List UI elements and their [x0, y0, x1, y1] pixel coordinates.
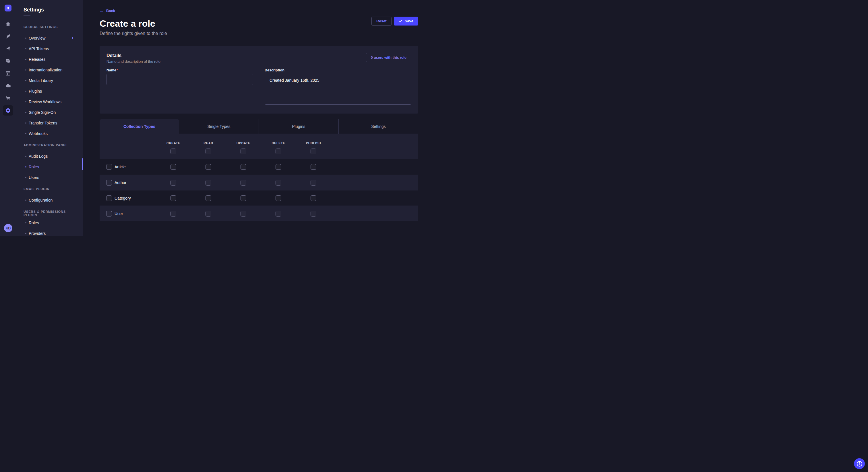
back-link[interactable]: ← Back	[100, 9, 115, 13]
subnav-item-overview[interactable]: Overview	[24, 33, 77, 43]
back-arrow-icon: ←	[100, 9, 104, 13]
permission-delete-checkbox[interactable]	[276, 195, 281, 201]
sidebar-bottom-divider	[0, 220, 16, 220]
subnav-item-providers[interactable]: Providers	[24, 228, 77, 236]
check-icon	[399, 19, 402, 23]
section-header-users-permissions-plugin: Users & Permissions Plugin	[24, 210, 77, 214]
column-label-delete: DELETE	[272, 141, 285, 145]
row-select-checkbox[interactable]	[106, 164, 112, 170]
users-with-role-button[interactable]: 0 users with this role	[366, 53, 411, 62]
subnav-item-media-library[interactable]: Media Library	[24, 75, 77, 86]
permission-update-checkbox[interactable]	[241, 195, 246, 201]
marketplace-cart-icon[interactable]	[3, 93, 13, 103]
subnav-item-users[interactable]: Users	[24, 172, 77, 183]
subnav-item-releases[interactable]: Releases	[24, 54, 77, 65]
permission-read-checkbox[interactable]	[206, 164, 211, 170]
select-all-publish-checkbox[interactable]	[311, 148, 316, 154]
permission-delete-checkbox[interactable]	[276, 180, 281, 186]
permission-delete-checkbox[interactable]	[276, 164, 281, 170]
bullet-icon	[25, 200, 26, 201]
permission-publish-checkbox[interactable]	[311, 195, 316, 201]
permission-update-checkbox[interactable]	[241, 180, 246, 186]
deploy-cloud-icon[interactable]	[3, 80, 13, 91]
tab-collection-types[interactable]: Collection Types	[100, 119, 179, 134]
media-library-icon[interactable]	[3, 56, 13, 66]
subnav-item-plugins[interactable]: Plugins	[24, 86, 77, 96]
subnav-item-api-tokens[interactable]: API Tokens	[24, 43, 77, 54]
select-all-delete-checkbox[interactable]	[276, 148, 281, 154]
permission-publish-checkbox[interactable]	[311, 180, 316, 186]
subnav-item-label: Roles	[29, 221, 39, 225]
page-title: Create a role	[100, 18, 418, 29]
settings-subnav: Settings Global Settings Overview API To…	[16, 0, 83, 236]
subnav-item-review-workflows[interactable]: Review Workflows	[24, 96, 77, 107]
role-description-textarea[interactable]: Created January 16th, 2025	[265, 74, 411, 105]
subnav-item-roles-up[interactable]: Roles	[24, 217, 77, 228]
role-name-input[interactable]	[106, 74, 253, 85]
select-all-create-checkbox[interactable]	[170, 148, 176, 154]
description-field-group: Description Created January 16th, 2025	[265, 68, 411, 106]
permission-update-checkbox[interactable]	[241, 164, 246, 170]
select-all-update-checkbox[interactable]	[241, 148, 246, 154]
notification-dot-icon	[72, 37, 73, 39]
content-type-builder-layout-icon[interactable]	[3, 68, 13, 78]
subnav-item-transfer-tokens[interactable]: Transfer Tokens	[24, 117, 77, 128]
save-button[interactable]: Save	[394, 16, 418, 26]
settings-gear-icon[interactable]	[3, 105, 13, 115]
subnav-item-label: Configuration	[29, 198, 53, 202]
row-select-checkbox[interactable]	[106, 180, 112, 186]
reset-button[interactable]: Reset	[371, 16, 391, 26]
subnav-item-label: Review Workflows	[29, 100, 61, 104]
select-all-read-checkbox[interactable]	[206, 148, 211, 154]
subnav-item-roles-admin[interactable]: Roles	[24, 162, 77, 172]
subnav-item-webhooks[interactable]: Webhooks	[24, 128, 77, 139]
permission-read-checkbox[interactable]	[206, 195, 211, 201]
subnav-item-label: Audit Logs	[29, 154, 48, 159]
subnav-item-configuration[interactable]: Configuration	[24, 195, 77, 205]
table-row-user: User	[100, 206, 418, 221]
row-select-checkbox[interactable]	[106, 195, 112, 201]
permission-create-checkbox[interactable]	[170, 211, 176, 216]
subnav-item-single-sign-on[interactable]: Single Sign-On	[24, 107, 77, 117]
tab-plugins[interactable]: Plugins	[259, 119, 338, 134]
section-header-global-settings: Global Settings	[24, 25, 77, 29]
description-field-label: Description	[265, 68, 411, 72]
column-label-publish: PUBLISH	[306, 141, 321, 145]
permission-update-checkbox[interactable]	[241, 211, 246, 216]
content-manager-feather-icon[interactable]	[3, 31, 13, 42]
permissions-tabs: Collection Types Single Types Plugins Se…	[100, 119, 418, 134]
subnav-item-label: API Tokens	[29, 46, 49, 51]
subnav-item-internationalization[interactable]: Internationalization	[24, 65, 77, 75]
bullet-icon	[25, 69, 26, 71]
permission-create-checkbox[interactable]	[170, 164, 176, 170]
details-card: Details Name and description of the role…	[100, 46, 418, 113]
user-avatar[interactable]: KD	[4, 224, 12, 232]
column-create: CREATE	[156, 134, 191, 154]
permission-create-checkbox[interactable]	[170, 180, 176, 186]
strapi-logo	[5, 5, 11, 11]
home-icon[interactable]	[3, 19, 13, 29]
column-label-create: CREATE	[166, 141, 180, 145]
subnav-item-label: Overview	[29, 36, 45, 40]
subnav-item-label: Plugins	[29, 89, 42, 94]
subnav-item-label: Single Sign-On	[29, 110, 56, 115]
row-select-checkbox[interactable]	[106, 211, 112, 216]
bullet-icon	[25, 222, 26, 224]
tab-single-types[interactable]: Single Types	[179, 119, 259, 134]
permission-read-checkbox[interactable]	[206, 211, 211, 216]
tab-settings[interactable]: Settings	[338, 119, 418, 134]
name-field-group: Name*	[106, 68, 253, 106]
permissions-table-header: CREATE READ UPDATE DELETE PUBLISH	[100, 134, 418, 159]
subnav-item-audit-logs[interactable]: Audit Logs	[24, 151, 77, 162]
permission-publish-checkbox[interactable]	[311, 211, 316, 216]
permission-publish-checkbox[interactable]	[311, 164, 316, 170]
permission-create-checkbox[interactable]	[170, 195, 176, 201]
bullet-icon	[25, 91, 26, 92]
row-label: Author	[115, 180, 126, 185]
header-actions: Reset Save	[371, 16, 418, 26]
release-paper-plane-icon[interactable]	[3, 43, 13, 54]
save-label: Save	[405, 19, 413, 23]
column-delete: DELETE	[261, 134, 296, 154]
permission-delete-checkbox[interactable]	[276, 211, 281, 216]
permission-read-checkbox[interactable]	[206, 180, 211, 186]
